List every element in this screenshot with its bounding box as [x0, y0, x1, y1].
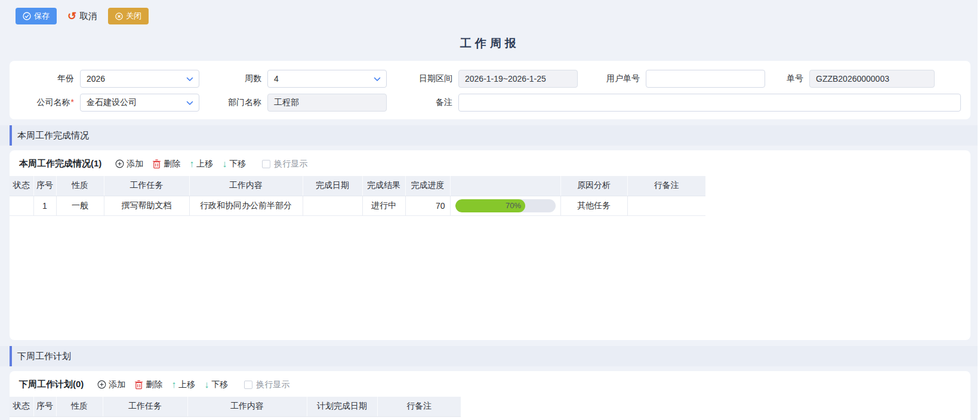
- next-move-up-button[interactable]: ↑ 上移: [171, 379, 195, 390]
- cell-progress-bar: 70%: [450, 196, 560, 215]
- section-accent-bar: [10, 125, 12, 146]
- section-accent-bar: [10, 346, 12, 366]
- progress-bar: 70%: [455, 199, 556, 212]
- table-row[interactable]: 1 一般 撰写帮助文档 行政和协同办公前半部分 进行中 70 70%: [10, 196, 705, 215]
- field-doc-no: 单号 GZZB20260000003: [770, 70, 961, 88]
- cell-content: 行政和协同办公前半部分: [189, 196, 303, 215]
- checkbox-box-icon: [262, 160, 270, 168]
- week-table-header-row: 状态 序号 性质 工作任务 工作内容 完成日期 完成结果 完成进度 原因分析 行…: [10, 176, 705, 196]
- user-doc-no-label: 用户单号: [580, 73, 640, 84]
- cell-progress-value: 70: [405, 196, 450, 215]
- year-select[interactable]: 2026: [80, 70, 199, 88]
- undo-icon: ↺: [67, 11, 76, 21]
- section-week-title: 本周工作完成情况: [17, 130, 89, 141]
- col-header-plan-finish-date: 计划完成日期: [307, 397, 377, 416]
- close-button-label: 关闭: [126, 11, 141, 21]
- col-header-progress-bar: [450, 176, 560, 196]
- department-label: 部门名称: [209, 97, 261, 108]
- close-circle-icon: [115, 13, 123, 20]
- plus-circle-icon: [115, 159, 124, 168]
- col-header-seq: 序号: [33, 397, 56, 416]
- cell-finish-date: [303, 196, 362, 215]
- week-move-down-button[interactable]: ↓ 下移: [222, 159, 246, 169]
- move-up-label: 上移: [196, 159, 213, 169]
- scrollbar-track[interactable]: [978, 0, 980, 420]
- field-date-range: 日期区间 2026-1-19~2026-1-25: [393, 70, 580, 88]
- cell-task: 撰写帮助文档: [104, 196, 189, 215]
- chevron-down-icon: [186, 101, 193, 106]
- plus-circle-icon: [97, 380, 106, 389]
- week-label: 周数: [209, 73, 261, 84]
- doc-no-field: GZZB20260000003: [809, 70, 935, 88]
- field-remark: 备注: [393, 94, 961, 112]
- wrap-display-label: 换行显示: [274, 159, 307, 169]
- date-range-label: 日期区间: [393, 73, 452, 84]
- next-table-header-row: 状态 序号 性质 工作任务 工作内容 计划完成日期 行备注: [10, 397, 461, 416]
- week-add-row-button[interactable]: 添加: [115, 159, 143, 169]
- save-button[interactable]: 保存: [16, 8, 57, 24]
- arrow-down-icon: ↓: [204, 380, 209, 390]
- required-asterisk: *: [71, 97, 74, 107]
- cancel-button-label: 取消: [79, 11, 97, 22]
- add-row-label: 添加: [109, 379, 125, 390]
- header-form-grid: 年份 2026 周数 4 日期区间: [19, 70, 961, 112]
- wrap-display-label: 换行显示: [256, 379, 289, 390]
- next-move-down-button[interactable]: ↓ 下移: [204, 379, 228, 390]
- close-button[interactable]: 关闭: [108, 8, 149, 24]
- move-down-label: 下移: [211, 379, 228, 390]
- check-circle-icon: [23, 12, 31, 20]
- week-work-table: 状态 序号 性质 工作任务 工作内容 完成日期 完成结果 完成进度 原因分析 行…: [10, 176, 705, 216]
- section-week-work: 本周工作完成情况: [0, 125, 980, 146]
- next-add-row-button[interactable]: 添加: [97, 379, 125, 390]
- move-down-label: 下移: [229, 159, 246, 169]
- arrow-up-icon: ↑: [189, 159, 194, 169]
- field-department: 部门名称 工程部: [209, 94, 393, 112]
- week-select[interactable]: 4: [267, 70, 387, 88]
- col-header-result: 完成结果: [362, 176, 405, 196]
- col-header-reason: 原因分析: [560, 176, 627, 196]
- cell-row-remark: [627, 196, 705, 215]
- company-select[interactable]: 金石建设公司: [80, 94, 199, 112]
- week-wrap-display-checkbox[interactable]: 换行显示: [262, 159, 307, 169]
- next-grid-title: 下周工作计划(0): [19, 379, 84, 390]
- next-grid-toolbar: 下周工作计划(0) 添加 删除 ↑: [10, 371, 970, 397]
- remark-label: 备注: [393, 97, 452, 108]
- next-delete-row-button[interactable]: 删除: [134, 379, 162, 390]
- next-wrap-display-checkbox[interactable]: 换行显示: [244, 379, 289, 390]
- move-up-label: 上移: [178, 379, 195, 390]
- week-move-up-button[interactable]: ↑ 上移: [189, 159, 213, 169]
- col-header-nature: 性质: [56, 397, 103, 416]
- col-header-finish-date: 完成日期: [303, 176, 362, 196]
- col-header-row-remark: 行备注: [627, 176, 705, 196]
- cell-result: 进行中: [362, 196, 405, 215]
- user-doc-no-input[interactable]: [646, 70, 765, 88]
- department-field: 工程部: [267, 94, 387, 112]
- week-grid-title: 本周工作完成情况(1): [19, 158, 101, 169]
- col-header-content: 工作内容: [187, 397, 307, 416]
- company-label-text: 公司名称: [37, 97, 70, 107]
- year-select-value: 2026: [87, 74, 105, 84]
- week-select-value: 4: [274, 74, 279, 84]
- col-header-row-remark: 行备注: [377, 397, 461, 416]
- col-header-content: 工作内容: [189, 176, 303, 196]
- work-weekly-report-screen: 保存 ↺ 取消 关闭 工作周报 年份 2026: [0, 0, 980, 420]
- field-year: 年份 2026: [19, 70, 209, 88]
- cancel-button[interactable]: ↺ 取消: [67, 11, 97, 22]
- doc-no-label: 单号: [770, 73, 803, 84]
- save-button-label: 保存: [34, 11, 50, 21]
- week-grid-toolbar: 本周工作完成情况(1) 添加 删除: [10, 150, 970, 176]
- field-week: 周数 4: [209, 70, 393, 88]
- progress-fill: 70%: [455, 199, 526, 212]
- cell-nature: 一般: [56, 196, 104, 215]
- next-week-table: 状态 序号 性质 工作任务 工作内容 计划完成日期 行备注: [10, 397, 461, 417]
- checkbox-box-icon: [244, 381, 252, 389]
- remark-input[interactable]: [458, 94, 961, 112]
- arrow-down-icon: ↓: [222, 159, 227, 169]
- date-range-field: 2026-1-19~2026-1-25: [458, 70, 578, 88]
- trash-icon: [152, 159, 161, 169]
- week-delete-row-button[interactable]: 删除: [152, 159, 180, 169]
- add-row-label: 添加: [127, 159, 143, 169]
- col-header-nature: 性质: [56, 176, 104, 196]
- doc-no-value: GZZB20260000003: [816, 74, 889, 84]
- field-user-doc-no: 用户单号: [580, 70, 770, 88]
